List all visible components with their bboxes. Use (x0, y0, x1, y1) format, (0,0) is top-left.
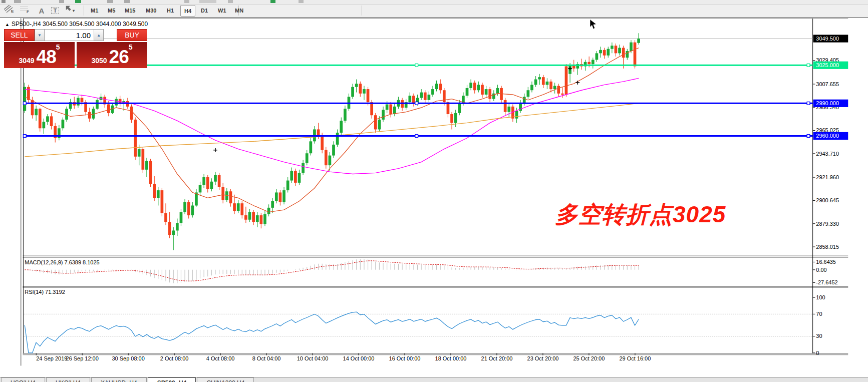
chart-tab-ukoil-h4[interactable]: UKOil,H4 (46, 377, 90, 382)
clipped-icon (107, 0, 113, 3)
svg-text:F: F (27, 10, 29, 13)
drawing-and-timeframe-toolbar: E F A T ▾ M1M5M15M30H1H4D1W1MN (0, 5, 868, 18)
timeframe-button-h4[interactable]: H4 (180, 5, 195, 17)
rsi-tick-label: 70 (816, 311, 822, 317)
chart-title: ▲SP500-,H4 3045.500 3054.500 3044.000 30… (5, 21, 148, 28)
clipped-icon (184, 0, 189, 3)
arrows-tool-icon[interactable]: ▾ (64, 5, 82, 16)
timeframe-button-d1[interactable]: D1 (197, 5, 211, 16)
ask-quote-box[interactable]: 3050 26 5 (77, 42, 147, 68)
bid-price-small: 3049 (19, 56, 34, 66)
volume-increase-button[interactable]: ▲ (94, 29, 104, 41)
date-tick-label: 23 Oct 20:00 (527, 355, 559, 361)
timeframe-button-m5[interactable]: M5 (104, 5, 119, 16)
text-label-icon[interactable]: A (36, 5, 47, 16)
equidistant-channel-icon[interactable]: E (4, 5, 17, 16)
timeframe-button-mn[interactable]: MN (231, 5, 247, 16)
macd-tick-label: 16.6435 (816, 259, 836, 265)
clipped-icon (75, 0, 81, 3)
rsi-tick-label: 30 (816, 333, 822, 339)
chart-canvas[interactable]: 3029.4053007.6552986.3402965.0252943.710… (0, 18, 868, 382)
chart-background (20, 18, 848, 366)
symbol-arrow-icon: ▲ (5, 22, 10, 27)
chart-window[interactable]: ▲SP500-,H4 3045.500 3054.500 3044.000 30… (0, 18, 868, 382)
line-handle[interactable] (415, 102, 418, 105)
timeframe-button-w1[interactable]: W1 (214, 5, 230, 16)
date-tick-label: 30 Sep 08:00 (112, 355, 145, 361)
line-handle[interactable] (415, 64, 418, 67)
line-handle[interactable] (807, 102, 810, 105)
date-tick-label: 14 Oct 00:00 (343, 355, 375, 361)
timeframe-button-h1[interactable]: H1 (163, 5, 177, 16)
date-tick-label: 16 Oct 00:00 (389, 355, 421, 361)
macd-tick-label: 0.00 (816, 267, 826, 273)
hline-price-label: 2990.000 (816, 100, 839, 106)
line-handle[interactable] (807, 135, 810, 138)
current-price-label: 3049.500 (816, 36, 839, 42)
chart-tab-sp500-h4[interactable]: SP500-,H4 (148, 377, 196, 382)
hline-price-label: 3025.000 (816, 62, 839, 68)
chart-tab-xauusd-h4[interactable]: XAUUSD-,H4 (91, 377, 147, 382)
price-tick-label: 2879.330 (816, 221, 839, 227)
clipped-icon (14, 0, 21, 3)
ask-price-small: 3050 (91, 56, 107, 66)
clipped-toolbar-row (0, 0, 868, 5)
price-tick-label: 2921.960 (816, 174, 839, 180)
price-tick-label: 3007.655 (816, 81, 839, 87)
price-tick-label: 2858.015 (816, 244, 839, 250)
date-tick-label: 10 Oct 04:00 (297, 355, 329, 361)
buy-button[interactable]: BUY (117, 29, 147, 41)
fibonacci-grid-icon[interactable]: F (20, 5, 33, 16)
toolbar-separator (84, 6, 84, 16)
clipped-icon (59, 0, 64, 3)
clipped-icon (299, 0, 304, 3)
hline-price-label: 2960.000 (816, 133, 839, 139)
date-tick-label: 18 Oct 00:00 (435, 355, 467, 361)
date-tick-label: 8 Oct 04:00 (252, 355, 281, 361)
clipped-icon (2, 0, 6, 3)
price-tick-label: 2943.710 (816, 151, 839, 157)
volume-input[interactable] (45, 29, 94, 41)
chart-annotation-text: 多空转折点3025 (555, 199, 726, 230)
timeframe-button-m30[interactable]: M30 (142, 5, 160, 16)
svg-text:E: E (11, 9, 14, 13)
bid-price-pip: 5 (56, 43, 60, 51)
text-box-icon[interactable]: T (49, 5, 61, 16)
chart-tab-usoil-h4[interactable]: USOil,H4 (1, 377, 45, 382)
line-handle[interactable] (23, 135, 26, 138)
bid-price-big: 48 (37, 49, 56, 66)
clipped-icon (199, 0, 216, 3)
toolbar-edge (362, 6, 362, 16)
bid-ask-quotes: 3049 48 5 3050 26 5 (4, 42, 147, 68)
clipped-icon (270, 0, 275, 3)
date-tick-label: 21 Oct 20:00 (481, 355, 513, 361)
rsi-tick-label: 0 (816, 350, 819, 356)
timeframe-button-m15[interactable]: M15 (121, 5, 139, 16)
macd-tick-label: -27.6452 (816, 279, 837, 285)
rsi-tick-label: 100 (816, 294, 825, 300)
macd-label: MACD(12,26,9) 7.6389 8.1025 (25, 259, 99, 265)
price-tick-label: 2900.645 (816, 197, 839, 203)
clipped-icon (124, 0, 130, 3)
trade-row: SELL ▼ ▲ BUY (4, 29, 147, 41)
bid-quote-box[interactable]: 3049 48 5 (4, 42, 75, 68)
one-click-trade-panel: SELL ▼ ▲ BUY 3049 48 5 3050 26 5 (4, 29, 147, 68)
sell-button[interactable]: SELL (4, 29, 35, 41)
date-tick-label: 2 Oct 08:00 (160, 355, 189, 361)
date-tick-label: 4 Oct 08:00 (206, 355, 235, 361)
rsi-label: RSI(14) 71.3192 (25, 289, 65, 295)
line-handle[interactable] (807, 64, 810, 67)
date-tick-label: 29 Oct 16:00 (619, 355, 651, 361)
line-handle[interactable] (23, 102, 26, 105)
date-tick-label: 24 Sep 2019 (36, 355, 67, 361)
volume-decrease-button[interactable]: ▼ (35, 29, 45, 41)
line-handle[interactable] (415, 135, 418, 138)
date-tick-label: 26 Sep 12:00 (66, 355, 99, 361)
trading-terminal-window: E F A T ▾ M1M5M15M30H1H4D1W1MN ▲S (0, 0, 868, 382)
date-tick-label: 25 Oct 20:00 (573, 355, 605, 361)
timeframe-button-m1[interactable]: M1 (87, 5, 102, 16)
ask-price-pip: 5 (129, 43, 133, 51)
clipped-icon (228, 0, 233, 3)
chart-tab-strip: USOil,H4UKOil,H4XAUUSD-,H4SP500-,H4CHINA… (0, 377, 868, 382)
chart-tab-china300-h4[interactable]: CHINA300,H4 (197, 377, 254, 382)
